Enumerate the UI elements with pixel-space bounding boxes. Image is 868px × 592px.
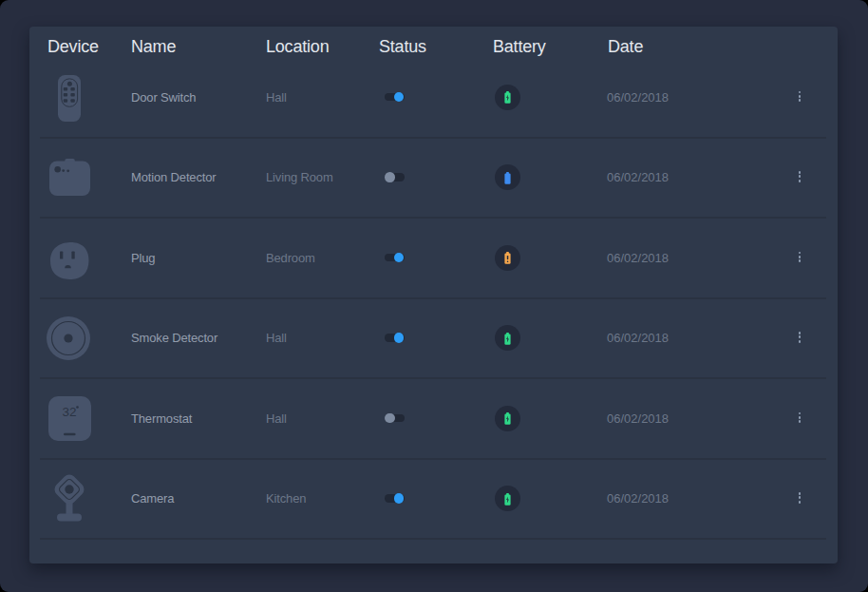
svg-text:32: 32 — [62, 404, 76, 418]
